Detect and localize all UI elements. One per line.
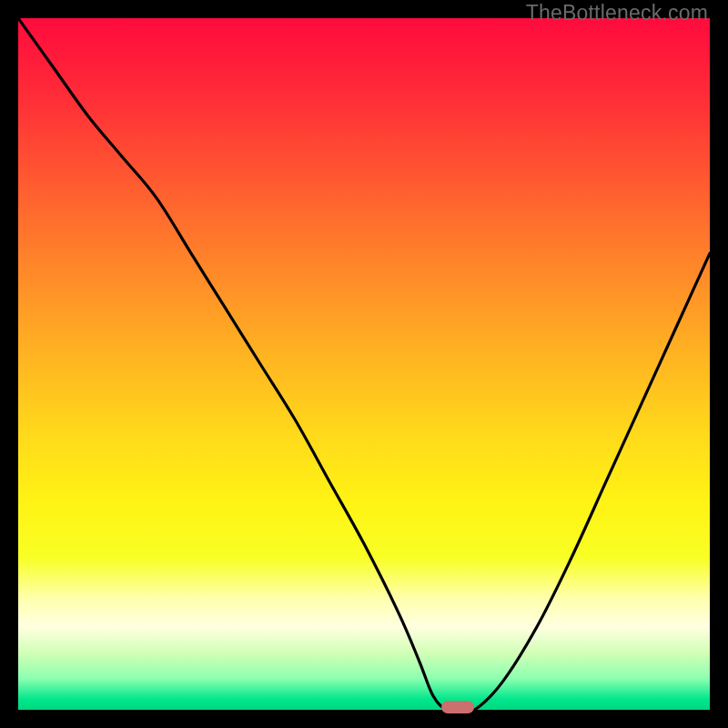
optimal-marker	[441, 701, 474, 713]
chart-frame: TheBottleneck.com	[0, 0, 728, 728]
gradient-background	[18, 18, 710, 710]
plot-svg	[18, 18, 710, 710]
watermark-text: TheBottleneck.com	[526, 1, 708, 25]
plot-area	[18, 18, 710, 710]
